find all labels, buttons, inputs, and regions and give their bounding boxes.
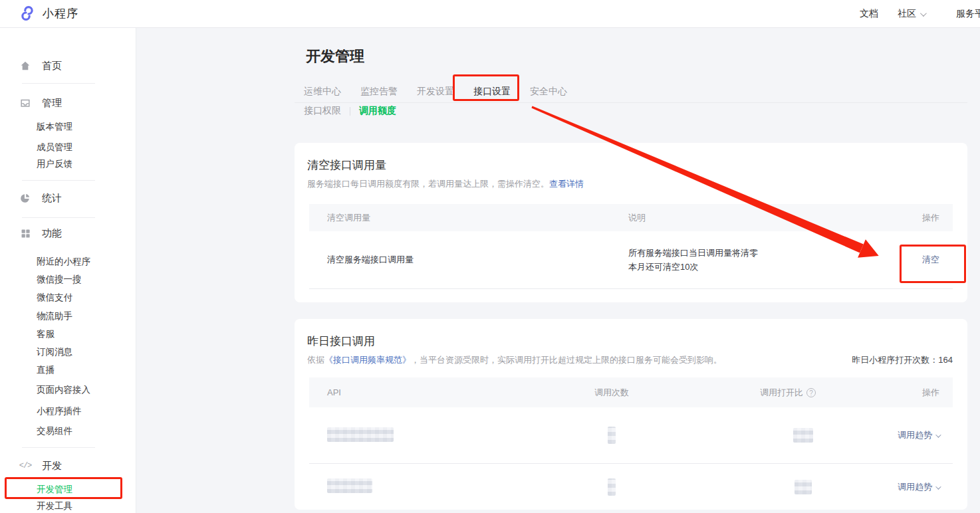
sidebar: 首页 管理 版本管理 成员管理 用户反馈 统计 功能 附近的小程序 微信搜一搜 [0,28,136,513]
col-call-open-ratio: 调用打开比 ? [681,387,894,399]
sidebar-divider [22,447,95,448]
subtab-call-quota[interactable]: 调用额度 [359,105,396,117]
tab-dev-settings[interactable]: 开发设置 [417,86,454,98]
row-description: 所有服务端接口当日调用量将清零 本月还可清空10次 [628,246,866,274]
tab-api-settings[interactable]: 接口设置 [473,86,511,98]
col-api: API [309,387,542,397]
sidebar-item-page-content[interactable]: 页面内容接入 [37,384,90,396]
col-clear-quota: 清空调用量 [309,212,628,224]
table-header-row: API 调用次数 调用打开比 ? 操作 [309,377,953,407]
clear-quota-table: 清空调用量 说明 操作 清空服务端接口调用量 所有服务端接口当日调用量将清零 本… [309,204,953,289]
yesterday-calls-card: 昨日接口调用 依据《接口调用频率规范》，当平台资源受限时，实际调用打开比超过规定… [295,319,967,510]
app-canvas: 小程序 文档 社区 服务平 首页 管理 版本管理 成员管理 用户反馈 统 [0,0,980,513]
code-icon: </> [19,459,32,472]
sidebar-item-develop-manage[interactable]: 开发管理 [37,484,72,496]
sidebar-item-develop[interactable]: </> 开发 [19,459,62,473]
clear-button[interactable]: 清空 [922,255,939,264]
row-action: 调用趋势 [894,481,953,493]
col-description: 说明 [628,211,866,225]
sidebar-item-subscribe-message[interactable]: 订阅消息 [37,346,72,358]
sidebar-item-logistics[interactable]: 物流助手 [37,310,72,322]
table-row: 清空服务端接口调用量 所有服务端接口当日调用量将清零 本月还可清空10次 清空 [309,231,953,289]
row-action: 清空 [866,254,953,266]
home-icon [19,59,32,72]
col-call-count: 调用次数 [542,387,681,399]
row-name: 清空服务端接口调用量 [309,254,628,266]
tab-ops-center[interactable]: 运维中心 [304,86,341,98]
table-row: 调用趋势 [309,407,953,464]
call-ratio-redacted [681,428,894,443]
tab-bar: 运维中心 监控告警 开发设置 接口设置 安全中心 [304,86,567,98]
api-calls-table: API 调用次数 调用打开比 ? 操作 调用趋势 [309,377,953,510]
nav-docs[interactable]: 文档 [860,8,878,20]
sidebar-item-home[interactable]: 首页 [19,58,62,73]
tab-underline [295,102,967,103]
table-row: 调用趋势 [309,464,953,510]
sidebar-item-member-manage[interactable]: 成员管理 [37,142,72,154]
row-action: 调用趋势 [894,429,953,441]
sidebar-item-live[interactable]: 直播 [37,364,55,376]
col-action: 操作 [866,212,953,224]
call-trend-button[interactable]: 调用趋势 [898,482,932,492]
frequency-spec-link[interactable]: 《接口调用频率规范》 [324,355,411,365]
sidebar-item-user-feedback[interactable]: 用户反馈 [37,158,72,170]
sidebar-item-manage[interactable]: 管理 [19,96,62,110]
sidebar-item-trade-component[interactable]: 交易组件 [37,425,72,437]
call-count-redacted [542,478,681,496]
yesterday-calls-desc: 依据《接口调用频率规范》，当平台资源受限时，实际调用打开比超过规定上限的接口服务… [307,354,722,366]
sidebar-item-version-manage[interactable]: 版本管理 [37,121,72,133]
nav-community[interactable]: 社区 [898,8,925,20]
inbox-icon [19,96,32,110]
clear-quota-desc: 服务端接口每日调用额度有限，若调用量达上限，需操作清空。查看详情 [307,178,584,190]
call-count-redacted [542,427,681,444]
chevron-down-icon [935,432,941,437]
miniprogram-logo-icon [19,5,36,22]
sidebar-item-nearby[interactable]: 附近的小程序 [37,256,90,268]
brand-label: 小程序 [43,6,78,21]
page-title: 开发管理 [306,47,364,66]
sidebar-item-features[interactable]: 功能 [19,226,62,241]
sidebar-item-search[interactable]: 微信搜一搜 [37,274,82,286]
tab-security-center[interactable]: 安全中心 [530,86,567,98]
col-action: 操作 [894,387,953,399]
sidebar-item-develop-tools[interactable]: 开发工具 [37,500,72,512]
sidebar-item-customer-service[interactable]: 客服 [37,328,55,340]
sidebar-divider [22,180,95,181]
subtab-separator [350,107,350,116]
open-count-stat: 昨日小程序打开次数：164 [852,354,953,366]
clear-quota-title: 清空接口调用量 [307,157,386,173]
grid-icon [19,227,32,240]
miniprogram-logo[interactable]: 小程序 [19,5,78,22]
nav-service-platform[interactable]: 服务平 [956,8,980,20]
open-count-value: 164 [938,355,953,365]
api-name-redacted [309,427,542,444]
yesterday-calls-title: 昨日接口调用 [307,334,375,349]
sidebar-divider [22,83,95,84]
chevron-down-icon [935,484,941,489]
sidebar-item-wechat-pay[interactable]: 微信支付 [37,292,72,304]
tab-monitor-alert[interactable]: 监控告警 [360,86,398,98]
top-header: 小程序 文档 社区 服务平 [0,0,980,28]
api-name-redacted [309,478,542,495]
call-ratio-redacted [681,480,894,494]
sidebar-divider [22,217,95,218]
pie-chart-icon [19,191,32,205]
help-icon[interactable]: ? [806,388,816,397]
subtab-api-permission[interactable]: 接口权限 [304,105,341,117]
clear-quota-card: 清空接口调用量 服务端接口每日调用额度有限，若调用量达上限，需操作清空。查看详情… [295,143,967,302]
sidebar-item-plugin[interactable]: 小程序插件 [37,405,82,417]
call-trend-button[interactable]: 调用趋势 [898,430,932,440]
chevron-down-icon [920,10,927,17]
sidebar-item-stats[interactable]: 统计 [19,191,62,205]
subtab-bar: 接口权限 调用额度 [304,105,396,117]
view-details-link[interactable]: 查看详情 [549,179,584,189]
table-header-row: 清空调用量 说明 操作 [309,204,953,231]
